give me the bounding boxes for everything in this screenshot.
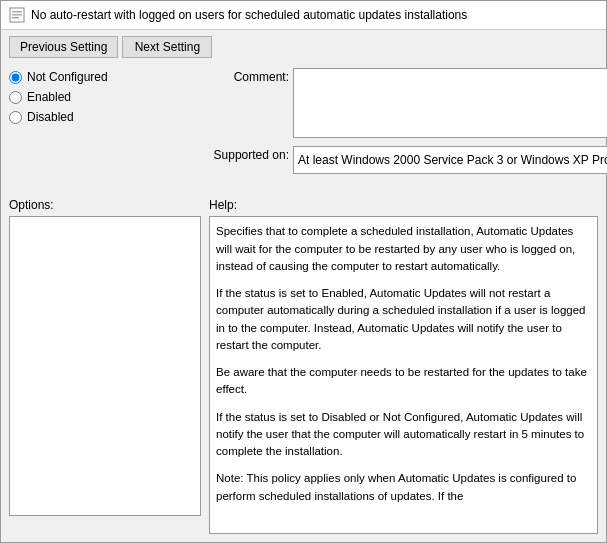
help-content[interactable]: Specifies that to complete a scheduled i… [209, 216, 598, 534]
supported-row: Supported on: At least Windows 2000 Serv… [209, 146, 607, 174]
comment-row: Comment: [209, 68, 607, 138]
title-bar: No auto-restart with logged on users for… [1, 1, 606, 30]
supported-field-wrapper: At least Windows 2000 Service Pack 3 or … [293, 146, 607, 174]
svg-rect-3 [12, 17, 19, 19]
radio-not-configured[interactable]: Not Configured [9, 70, 201, 84]
right-panel: Comment: Supported on: At least Windows … [209, 68, 607, 190]
radio-disabled[interactable]: Disabled [9, 110, 201, 124]
help-para-5: Note: This policy applies only when Auto… [216, 470, 591, 505]
options-panel: Options: [9, 198, 201, 534]
supported-value: At least Windows 2000 Service Pack 3 or … [293, 146, 607, 174]
next-setting-button[interactable]: Next Setting [122, 36, 212, 58]
help-title: Help: [209, 198, 598, 212]
window-title: No auto-restart with logged on users for… [31, 8, 467, 22]
options-title: Options: [9, 198, 201, 212]
main-content: Not Configured Enabled Disabled Comment: [1, 64, 606, 194]
options-box [9, 216, 201, 516]
comment-field-wrapper [293, 68, 607, 138]
previous-setting-button[interactable]: Previous Setting [9, 36, 118, 58]
svg-rect-1 [12, 11, 22, 13]
toolbar: Previous Setting Next Setting [1, 30, 606, 64]
help-para-2: If the status is set to Enabled, Automat… [216, 285, 591, 354]
help-para-1: Specifies that to complete a scheduled i… [216, 223, 591, 275]
help-para-3: Be aware that the computer needs to be r… [216, 364, 591, 399]
radio-panel: Not Configured Enabled Disabled [9, 68, 209, 190]
radio-group: Not Configured Enabled Disabled [9, 70, 201, 124]
radio-enabled[interactable]: Enabled [9, 90, 201, 104]
policy-icon [9, 7, 25, 23]
policy-window: No auto-restart with logged on users for… [0, 0, 607, 543]
help-panel: Help: Specifies that to complete a sched… [209, 198, 598, 534]
svg-rect-2 [12, 14, 22, 16]
supported-label: Supported on: [209, 146, 289, 162]
help-para-4: If the status is set to Disabled or Not … [216, 409, 591, 461]
bottom-section: Options: Help: Specifies that to complet… [1, 194, 606, 542]
comment-label: Comment: [209, 68, 289, 84]
comment-input[interactable] [293, 68, 607, 138]
